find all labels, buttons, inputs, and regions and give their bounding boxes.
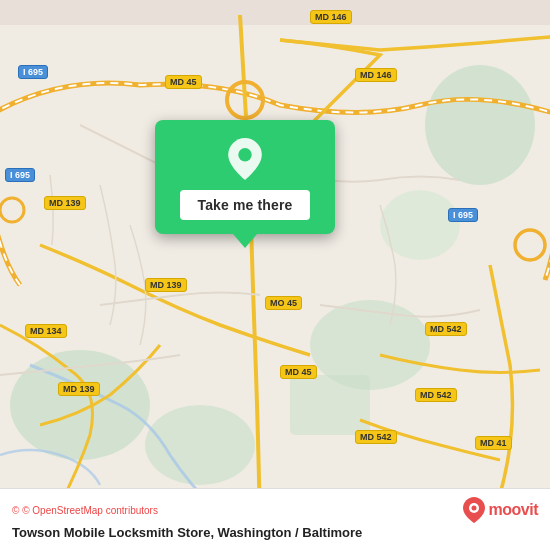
road-badge-i695-tl: I 695: [18, 65, 48, 79]
svg-point-4: [425, 65, 535, 185]
road-badge-mo45: MO 45: [265, 296, 302, 310]
osm-credit: © © OpenStreetMap contributors: [12, 505, 158, 516]
road-badge-md542-bot: MD 542: [355, 430, 397, 444]
location-pin-icon: [224, 138, 266, 180]
road-badge-i695-left: I 695: [5, 168, 35, 182]
location-title: Towson Mobile Locksmith Store, Washingto…: [12, 525, 538, 540]
road-badge-md134: MD 134: [25, 324, 67, 338]
road-badge-i695-right: I 695: [448, 208, 478, 222]
svg-rect-6: [290, 375, 370, 435]
moovit-logo: moovit: [463, 497, 538, 523]
road-badge-md146-far: MD 146: [310, 10, 352, 24]
svg-point-12: [471, 506, 476, 511]
map-container: I 695 MD 45 MD 146 MD 146 I 695 MD 139 I…: [0, 0, 550, 550]
road-badge-md542-mid: MD 542: [415, 388, 457, 402]
road-badge-md45-mid: MD 45: [280, 365, 317, 379]
road-badge-md139-left: MD 139: [44, 196, 86, 210]
bottom-bar: © © OpenStreetMap contributors moovit To…: [0, 488, 550, 550]
moovit-pin-icon: [463, 497, 485, 523]
moovit-brand-text: moovit: [489, 501, 538, 519]
road-badge-md139-bot: MD 139: [58, 382, 100, 396]
take-me-there-button[interactable]: Take me there: [180, 190, 311, 220]
road-badge-md139-mid: MD 139: [145, 278, 187, 292]
popup-card: Take me there: [155, 120, 335, 234]
svg-point-2: [145, 405, 255, 485]
road-badge-md41: MD 41: [475, 436, 512, 450]
svg-point-10: [238, 148, 251, 161]
road-badge-md542-top: MD 542: [425, 322, 467, 336]
road-badge-md45-top: MD 45: [165, 75, 202, 89]
road-badge-md146: MD 146: [355, 68, 397, 82]
